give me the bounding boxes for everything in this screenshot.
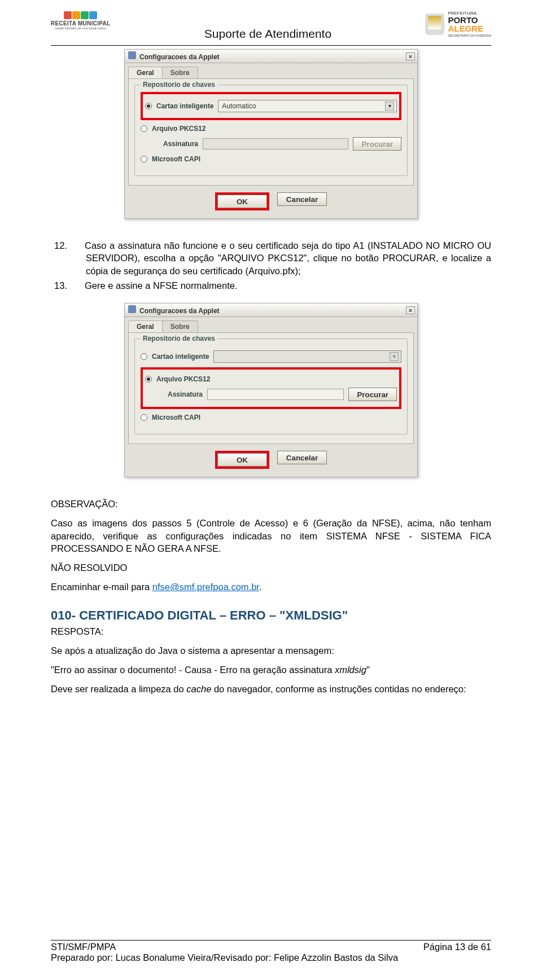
tab-geral[interactable]: Geral — [128, 67, 163, 78]
java-icon — [128, 305, 136, 313]
highlight-pkcs-block: Arquivo PKCS12 Assinatura Procurar — [141, 367, 401, 409]
step-12: 12.Caso a assinatura não funcione e o se… — [70, 239, 491, 277]
chevron-down-icon: ▾ — [385, 102, 394, 111]
nao-resolvido: NÃO RESOLVIDO — [51, 561, 491, 574]
page-footer: STI/SMF/PMPA Página 13 de 61 Preparado p… — [51, 940, 491, 963]
select-automatico-disabled: ▾ — [213, 350, 401, 363]
footer-page-number: Página 13 de 61 — [423, 942, 491, 952]
tab-bar: Geral Sobre — [125, 63, 417, 78]
label-assinatura: Assinatura — [168, 390, 203, 398]
highlight-ok: OK — [215, 451, 269, 469]
logo-left-subtitle: Gestão tributária: por uma cidade melhor — [55, 27, 106, 30]
radio-cartao-inteligente[interactable] — [141, 353, 147, 360]
close-button[interactable]: × — [406, 306, 415, 314]
p-java-update: Se após a atualização do Java o sistema … — [51, 644, 491, 657]
label-assinatura: Assinatura — [163, 140, 198, 148]
email-link[interactable]: nfse@smf.prefpoa.com.br — [152, 582, 259, 592]
procurar-button[interactable]: Procurar — [353, 137, 401, 151]
group-repositorio: Repositorio de chaves Cartao inteligente… — [134, 85, 408, 176]
tab-geral[interactable]: Geral — [128, 320, 163, 332]
applet-config-dialog-2: Configuracoes da Applet × Geral Sobre Re… — [124, 303, 418, 477]
label-capi: Microsoft CAPI — [152, 155, 200, 163]
java-icon — [128, 51, 136, 59]
label-pkcs12: Arquivo PKCS12 — [152, 125, 206, 133]
radio-capi[interactable] — [141, 156, 147, 162]
ok-button[interactable]: OK — [217, 195, 267, 208]
observacao-body: Caso as imagens dos passos 5 (Controle d… — [51, 517, 491, 555]
logo-right-alegre: ALEGRE — [448, 24, 491, 33]
section-010-heading: 010- CERTIFICADO DIGITAL – ERRO – "XMLDS… — [51, 608, 491, 623]
radio-capi[interactable] — [141, 414, 147, 421]
applet-config-dialog-1: Configuracoes da Applet × Geral Sobre Re… — [124, 49, 418, 219]
dialog-title-text: Configuracoes da Applet — [139, 307, 220, 315]
assinatura-input[interactable] — [207, 389, 344, 400]
tab-sobre[interactable]: Sobre — [162, 320, 198, 332]
footer-prepared-by: Preparado por: Lucas Bonalume Vieira/Rev… — [51, 952, 491, 963]
select-value: Automatico — [222, 102, 256, 110]
assinatura-input[interactable] — [203, 138, 348, 150]
dialog-titlebar: Configuracoes da Applet × — [125, 304, 417, 317]
chevron-down-icon: ▾ — [390, 352, 399, 361]
step-list: 12.Caso a assinatura não funcione e o se… — [51, 239, 491, 292]
cancel-button[interactable]: Cancelar — [277, 451, 327, 464]
label-capi: Microsoft CAPI — [152, 414, 200, 421]
radio-pkcs12[interactable] — [141, 125, 147, 132]
select-automatico[interactable]: Automatico ▾ — [218, 100, 397, 112]
page: RECEITA MUNICIPAL Gestão tributária: por… — [0, 0, 542, 980]
close-button[interactable]: × — [406, 52, 415, 60]
footer-left: STI/SMF/PMPA — [51, 942, 116, 952]
procurar-button[interactable]: Procurar — [348, 388, 397, 401]
logo-left-title: RECEITA MUNICIPAL — [51, 20, 110, 27]
logo-right-sec: SECRETARIA DA FAZENDA — [448, 34, 491, 37]
tab-body: Repositorio de chaves Cartao inteligente… — [128, 332, 414, 444]
encaminhar-line: Encaminhar e-mail para nfse@smf.prefpoa.… — [51, 581, 491, 593]
tab-body: Repositorio de chaves Cartao inteligente… — [128, 78, 414, 186]
cancel-button[interactable]: Cancelar — [277, 192, 327, 206]
p-clear-cache: Deve ser realizada a limpeza do cache do… — [51, 683, 491, 695]
dialog-actions: OK Cancelar — [125, 447, 417, 477]
group-label: Repositorio de chaves — [141, 335, 217, 342]
observacao-title: OBSERVAÇÃO: — [51, 498, 491, 510]
logo-receita-municipal: RECEITA MUNICIPAL Gestão tributária: por… — [51, 11, 110, 30]
radio-pkcs12[interactable] — [145, 376, 152, 383]
label-cartao: Cartao inteligente — [152, 353, 209, 361]
dialog-titlebar: Configuracoes da Applet × — [125, 50, 417, 63]
highlight-cartao-row: Cartao inteligente Automatico ▾ — [141, 92, 401, 120]
highlight-ok: OK — [215, 192, 269, 210]
label-cartao: Cartao inteligente — [156, 102, 213, 110]
logo-right-porto: PORTO — [448, 16, 491, 24]
tab-sobre[interactable]: Sobre — [162, 67, 198, 78]
group-label: Repositorio de chaves — [141, 81, 217, 89]
ok-button[interactable]: OK — [217, 453, 267, 467]
crest-icon — [425, 14, 444, 35]
radio-cartao-inteligente[interactable] — [145, 103, 152, 109]
tab-bar: Geral Sobre — [125, 317, 417, 332]
group-repositorio: Repositorio de chaves Cartao inteligente… — [134, 339, 408, 434]
p-error-message: "Erro ao assinar o documento! - Causa - … — [51, 663, 491, 676]
header-divider — [51, 45, 491, 46]
logo-porto-alegre: PREFEITURA PORTO ALEGRE SECRETARIA DA FA… — [425, 11, 491, 37]
label-pkcs12: Arquivo PKCS12 — [156, 375, 210, 383]
resposta-label: RESPOSTA: — [51, 625, 491, 638]
dialog-title-text: Configuracoes da Applet — [139, 53, 220, 61]
step-13: 13.Gere e assine a NFSE normalmente. — [70, 279, 491, 292]
page-title: Suporte de Atendimento — [204, 11, 331, 41]
page-header: RECEITA MUNICIPAL Gestão tributária: por… — [51, 11, 491, 41]
dialog-actions: OK Cancelar — [125, 189, 417, 218]
